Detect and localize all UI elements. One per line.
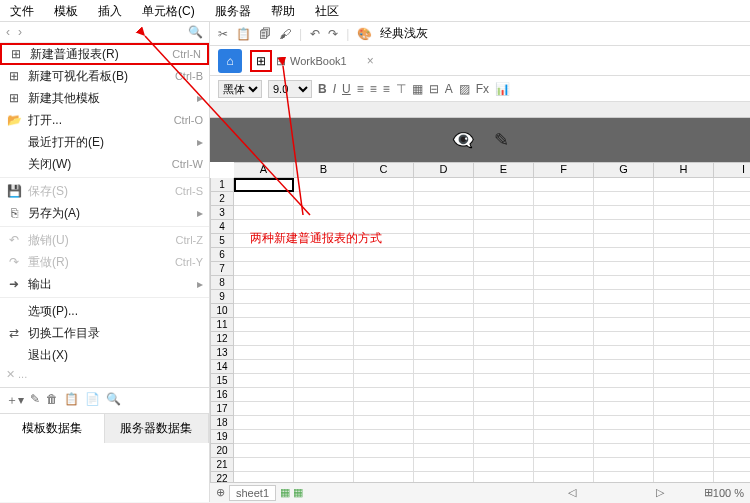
cell[interactable] [474,458,534,472]
cell[interactable] [294,416,354,430]
cell[interactable] [414,192,474,206]
cell[interactable] [714,332,750,346]
cell[interactable] [354,262,414,276]
cell[interactable] [414,472,474,482]
cell[interactable] [714,388,750,402]
cell[interactable] [414,416,474,430]
fontcolor-icon[interactable]: A [445,82,453,96]
cell[interactable] [234,402,294,416]
row-header[interactable]: 20 [210,444,234,458]
cell[interactable] [714,444,750,458]
cell[interactable] [594,178,654,192]
cell[interactable] [714,374,750,388]
cell[interactable] [654,402,714,416]
cell[interactable] [594,388,654,402]
cell[interactable] [294,402,354,416]
cell[interactable] [354,444,414,458]
cell[interactable] [354,388,414,402]
cell[interactable] [594,206,654,220]
cell[interactable] [414,276,474,290]
cell[interactable] [654,220,714,234]
cell[interactable] [594,234,654,248]
cell[interactable] [534,332,594,346]
cell[interactable] [654,346,714,360]
cell[interactable] [654,304,714,318]
cell[interactable] [474,318,534,332]
theme-icon[interactable]: 🎨 [357,27,372,41]
copy-icon[interactable]: 📋 [64,392,79,409]
underline-icon[interactable]: U [342,82,351,96]
cell[interactable] [534,458,594,472]
cell[interactable] [714,234,750,248]
row-header[interactable]: 16 [210,388,234,402]
cell[interactable] [714,458,750,472]
cell[interactable] [594,332,654,346]
row-header[interactable]: 18 [210,416,234,430]
cell[interactable] [414,346,474,360]
align-left-icon[interactable]: ≡ [357,82,364,96]
cell[interactable] [234,472,294,482]
cell[interactable] [534,178,594,192]
menu-help[interactable]: 帮助 [261,0,305,21]
cell[interactable] [534,318,594,332]
cell[interactable] [534,220,594,234]
cell[interactable] [234,388,294,402]
cell[interactable] [414,374,474,388]
cell[interactable] [474,444,534,458]
cell[interactable] [414,178,474,192]
cell[interactable] [354,248,414,262]
cell[interactable] [534,430,594,444]
cell[interactable] [234,262,294,276]
cell[interactable] [534,388,594,402]
menu-item[interactable]: ⊞新建普通报表(R)Ctrl-N [0,43,209,65]
cell[interactable] [234,248,294,262]
cell[interactable] [534,290,594,304]
cell[interactable] [294,192,354,206]
cell[interactable] [474,472,534,482]
menu-item[interactable]: ⊞新建其他模板▸ [0,87,209,109]
cell[interactable] [714,360,750,374]
sheet-tab[interactable]: sheet1 [229,485,276,501]
cell[interactable] [594,360,654,374]
cell[interactable] [654,332,714,346]
col-header[interactable]: D [414,162,474,178]
menu-item[interactable]: 退出(X) [0,344,209,366]
cell[interactable] [654,388,714,402]
cell[interactable] [354,192,414,206]
menu-item[interactable]: 关闭(W)Ctrl-W [0,153,209,175]
cell[interactable] [654,248,714,262]
menu-file[interactable]: 文件 [0,0,44,21]
row-header[interactable]: 1 [210,178,234,192]
cell[interactable] [654,472,714,482]
cell[interactable] [534,206,594,220]
add-icon[interactable]: ＋▾ [6,392,24,409]
row-header[interactable]: 3 [210,206,234,220]
chart-icon[interactable]: 📊 [495,82,510,96]
cell[interactable] [714,248,750,262]
align-center-icon[interactable]: ≡ [370,82,377,96]
cell[interactable] [354,346,414,360]
menu-item[interactable]: 选项(P)... [0,300,209,322]
cell[interactable] [414,430,474,444]
cell[interactable] [294,206,354,220]
row-header[interactable]: 6 [210,248,234,262]
cell[interactable] [474,416,534,430]
cell[interactable] [654,374,714,388]
cell[interactable] [714,304,750,318]
cell[interactable] [474,192,534,206]
bgcolor-icon[interactable]: ▨ [459,82,470,96]
col-header[interactable]: F [534,162,594,178]
cell[interactable] [354,290,414,304]
hscroll-right-icon[interactable]: ▷ [656,486,664,499]
tab-server-dataset[interactable]: 服务器数据集 [105,414,210,443]
pencil-icon[interactable]: ✎ [494,129,509,151]
cell[interactable] [654,444,714,458]
cell[interactable] [474,206,534,220]
menu-item[interactable]: ⎘另存为(A)▸ [0,202,209,224]
cell[interactable] [714,430,750,444]
paste2-icon[interactable]: 🗐 [259,27,271,41]
new-report-button[interactable]: ⊞ [250,50,272,72]
cell[interactable] [714,416,750,430]
cell[interactable] [294,262,354,276]
cell[interactable] [714,290,750,304]
